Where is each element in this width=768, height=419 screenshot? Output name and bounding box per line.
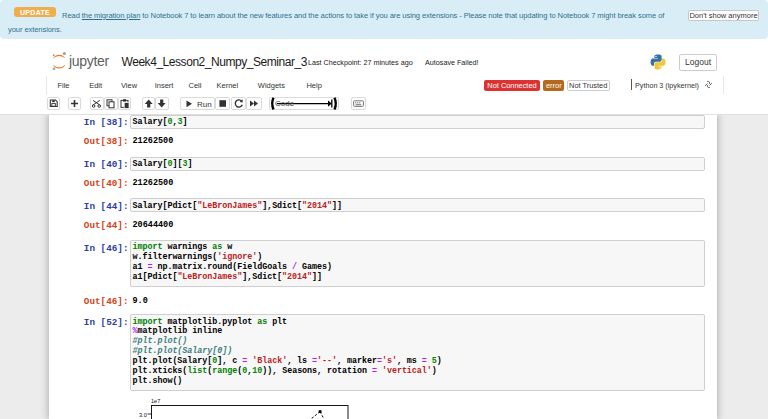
svg-text:3.0: 3.0 [139,412,147,418]
svg-text:1e7: 1e7 [151,398,160,404]
